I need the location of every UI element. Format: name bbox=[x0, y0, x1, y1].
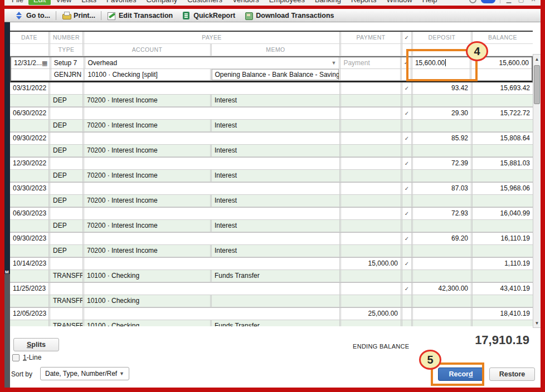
payee-value[interactable] bbox=[84, 183, 341, 194]
date-value[interactable]: 03/31/2022 bbox=[10, 82, 50, 94]
cleared-checkmark[interactable]: ✓ bbox=[402, 183, 413, 194]
deposit-cell-empty[interactable] bbox=[413, 195, 473, 207]
type-value[interactable]: GENJRN bbox=[51, 69, 85, 80]
print-button[interactable]: Print... bbox=[57, 9, 100, 22]
cleared-cell-empty[interactable] bbox=[402, 120, 413, 131]
type-value[interactable]: DEP bbox=[50, 195, 84, 207]
payment-value[interactable] bbox=[341, 82, 402, 94]
cleared-cell-empty[interactable] bbox=[402, 145, 413, 156]
clock-icon[interactable] bbox=[469, 0, 476, 3]
date-cell-empty[interactable] bbox=[10, 170, 50, 182]
menu-item-file[interactable]: File bbox=[7, 0, 28, 5]
memo-value[interactable]: Interest bbox=[212, 245, 341, 257]
date-value[interactable]: 12/30/2022 bbox=[10, 158, 50, 169]
payee-value[interactable] bbox=[84, 283, 341, 295]
quickreport-button[interactable]: QuickReport bbox=[177, 9, 240, 22]
date-value[interactable]: 11/25/2023 bbox=[10, 283, 50, 295]
scroll-down-button[interactable]: ▼ bbox=[533, 318, 541, 327]
type-value[interactable]: DEP bbox=[50, 145, 84, 156]
date-value[interactable]: 06/30/2023 bbox=[10, 208, 50, 219]
deposit-value[interactable] bbox=[413, 308, 473, 320]
type-value[interactable]: DEP bbox=[50, 170, 84, 182]
menu-item-favorites[interactable]: Favorites bbox=[101, 0, 141, 5]
menu-item-customers[interactable]: Customers bbox=[182, 0, 227, 5]
payment-value[interactable] bbox=[341, 283, 402, 295]
cleared-checkmark[interactable] bbox=[402, 308, 413, 320]
number-value[interactable] bbox=[50, 82, 84, 94]
menu-item-reports[interactable]: Reports bbox=[346, 0, 382, 5]
date-value[interactable]: 06/30/2022 bbox=[10, 107, 50, 119]
date-cell-empty[interactable] bbox=[10, 120, 50, 131]
payee-value[interactable] bbox=[84, 233, 341, 244]
number-value[interactable] bbox=[50, 308, 84, 320]
transaction-row[interactable]: 10/14/202315,000.00✓1,110.19TRANSFR10100… bbox=[10, 258, 533, 283]
cleared-cell-empty[interactable] bbox=[402, 95, 413, 106]
date-cell-empty[interactable] bbox=[10, 95, 50, 106]
menu-item-company[interactable]: Company bbox=[142, 0, 183, 5]
account-field[interactable]: 10100 · Checking [split] bbox=[85, 69, 212, 80]
payment-cell-empty[interactable] bbox=[341, 295, 402, 307]
cleared-cell-empty[interactable] bbox=[402, 270, 413, 282]
deposit-value[interactable]: 72.93 bbox=[413, 208, 473, 219]
payee-field[interactable]: Overhead ▼ bbox=[85, 57, 341, 68]
number-value[interactable] bbox=[50, 133, 84, 144]
account-value[interactable]: 70200 · Interest Income bbox=[84, 145, 212, 156]
vertical-scrollbar[interactable]: ▲ ▼ bbox=[533, 54, 541, 328]
payment-value[interactable]: 25,000.00 bbox=[341, 308, 402, 320]
deposit-cell-empty[interactable] bbox=[413, 245, 473, 257]
transaction-row[interactable]: 09/30/2023✓69.2016,110.19DEP70200 · Inte… bbox=[10, 233, 533, 258]
menu-item-view[interactable]: View bbox=[51, 0, 76, 5]
cleared-cell-empty[interactable] bbox=[402, 220, 413, 232]
account-value[interactable]: 70200 · Interest Income bbox=[84, 245, 212, 257]
cleared-checkmark[interactable]: ✓ bbox=[402, 107, 413, 119]
memo-value[interactable]: Interest bbox=[212, 95, 341, 106]
date-cell-empty[interactable] bbox=[10, 195, 50, 207]
close-button[interactable]: ✕ bbox=[529, 0, 537, 3]
memo-value[interactable] bbox=[212, 295, 341, 307]
account-value[interactable]: 10100 · Checking bbox=[84, 295, 212, 307]
payee-value[interactable] bbox=[84, 208, 341, 219]
date-value[interactable]: 03/30/2023 bbox=[10, 183, 50, 194]
download-transactions-button[interactable]: Download Transactions bbox=[240, 9, 338, 22]
date-cell-empty[interactable] bbox=[10, 145, 50, 156]
transaction-row[interactable]: 03/30/2023✓87.0315,968.06DEP70200 · Inte… bbox=[10, 183, 533, 208]
cleared-cell-empty[interactable] bbox=[402, 170, 413, 182]
memo-value[interactable]: Interest bbox=[212, 145, 341, 156]
one-line-checkbox[interactable] bbox=[12, 354, 20, 361]
cleared-checkmark[interactable]: ✓ bbox=[402, 208, 413, 219]
date-value[interactable]: 12/05/2023 bbox=[10, 308, 50, 320]
deposit-cell-empty[interactable] bbox=[413, 270, 473, 282]
transaction-row[interactable]: 06/30/2022✓29.3015,722.72DEP70200 · Inte… bbox=[10, 107, 533, 133]
payment-cell-empty[interactable] bbox=[341, 120, 402, 131]
scroll-up-button[interactable]: ▲ bbox=[533, 55, 541, 63]
payee-value[interactable] bbox=[84, 82, 341, 94]
transaction-row[interactable]: 11/25/2023✓42,300.0043,410.19TRANSFR1010… bbox=[10, 283, 533, 308]
number-value[interactable] bbox=[50, 183, 84, 194]
number-value[interactable] bbox=[50, 107, 84, 119]
memo-value[interactable]: Interest bbox=[212, 220, 341, 232]
maximize-button[interactable]: ▢ bbox=[517, 0, 525, 3]
number-value[interactable] bbox=[50, 233, 84, 244]
transaction-row[interactable]: 03/31/2022✓93.4215,693.42DEP70200 · Inte… bbox=[10, 82, 533, 107]
payment-cell-empty[interactable] bbox=[341, 95, 402, 106]
memo-value[interactable]: Interest bbox=[212, 120, 341, 131]
memo-value[interactable]: Interest bbox=[212, 170, 341, 182]
number-value[interactable] bbox=[50, 158, 84, 169]
menu-item-help[interactable]: Help bbox=[417, 0, 442, 5]
date-field[interactable]: 12/31/2... ▦ bbox=[11, 57, 51, 68]
calendar-icon[interactable]: ▦ bbox=[42, 57, 47, 68]
cleared-checkmark[interactable]: ✓ bbox=[402, 158, 413, 169]
transaction-row[interactable]: 06/30/2023✓72.9316,040.99DEP70200 · Inte… bbox=[10, 208, 533, 233]
payment-value[interactable] bbox=[341, 158, 402, 169]
transaction-row[interactable]: 12/30/2022✓72.3915,881.03DEP70200 · Inte… bbox=[10, 158, 533, 183]
date-value[interactable]: 10/14/2023 bbox=[10, 258, 50, 270]
deposit-value[interactable]: 72.39 bbox=[413, 158, 473, 169]
account-value[interactable]: 70200 · Interest Income bbox=[84, 195, 212, 207]
edit-transaction-button[interactable]: Edit Transaction bbox=[103, 9, 177, 22]
cleared-cell-empty[interactable] bbox=[402, 295, 413, 307]
payment-cell-empty[interactable] bbox=[341, 145, 402, 156]
menu-item-lists[interactable]: Lists bbox=[76, 0, 101, 5]
deposit-cell-empty[interactable] bbox=[413, 295, 473, 307]
sort-by-dropdown[interactable]: Date, Type, Number/Ref ▼ bbox=[40, 367, 129, 380]
dropdown-arrow-icon[interactable]: ▼ bbox=[331, 57, 336, 68]
